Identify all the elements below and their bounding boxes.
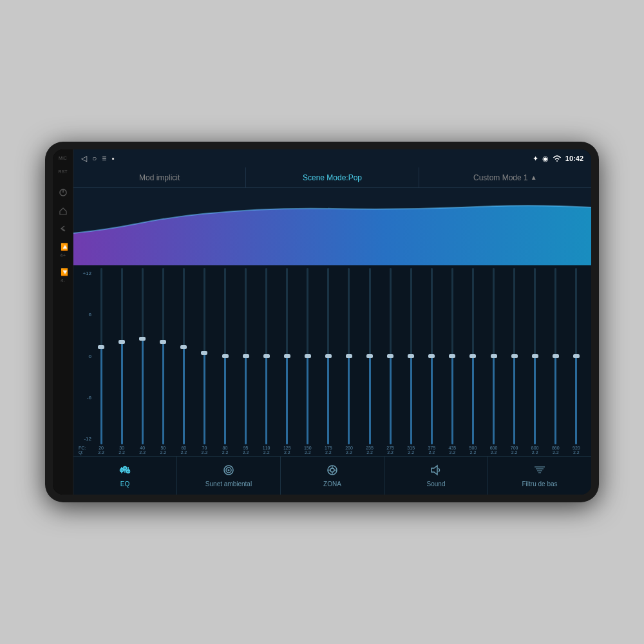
eq-slider-track-20[interactable] bbox=[100, 268, 102, 444]
eq-slider-thumb-800[interactable] bbox=[532, 354, 538, 358]
eq-slider-thumb-60[interactable] bbox=[180, 345, 187, 349]
svg-point-13 bbox=[228, 469, 230, 471]
eq-slider-track-860[interactable] bbox=[554, 268, 556, 444]
rst-button[interactable]: RST bbox=[59, 169, 68, 174]
eq-slider-track-200[interactable] bbox=[348, 268, 350, 444]
eq-slider-track-600[interactable] bbox=[493, 268, 495, 444]
eq-slider-track-80[interactable] bbox=[224, 268, 226, 444]
nav-home-icon[interactable]: ○ bbox=[92, 154, 97, 163]
eq-band-275[interactable] bbox=[381, 268, 400, 444]
eq-slider-thumb-110[interactable] bbox=[263, 354, 270, 358]
eq-band-700[interactable] bbox=[505, 268, 524, 444]
eq-band-40[interactable] bbox=[133, 268, 152, 444]
eq-slider-thumb-375[interactable] bbox=[428, 354, 435, 358]
eq-band-200[interactable] bbox=[339, 268, 359, 444]
eq-band-80[interactable] bbox=[215, 268, 234, 444]
eq-slider-thumb-500[interactable] bbox=[469, 354, 476, 358]
home-button[interactable] bbox=[59, 206, 68, 215]
mode-tabs-bar: Mod implicit Scene Mode:Pop Custom Mode … bbox=[73, 167, 591, 188]
eq-slider-thumb-150[interactable] bbox=[305, 354, 311, 358]
eq-slider-track-95[interactable] bbox=[245, 268, 247, 444]
eq-band-50[interactable] bbox=[153, 268, 173, 444]
tab-sunet[interactable]: Sunet ambiental bbox=[177, 457, 281, 495]
eq-band-30[interactable] bbox=[112, 268, 131, 444]
eq-slider-thumb-200[interactable] bbox=[346, 354, 352, 358]
eq-slider-track-700[interactable] bbox=[513, 268, 515, 444]
eq-slider-track-150[interactable] bbox=[307, 268, 308, 444]
status-bar-right: ✦ ◉ 10:42 bbox=[533, 155, 583, 163]
mode-tab-scene[interactable]: Scene Mode:Pop bbox=[246, 167, 419, 187]
tab-eq[interactable]: EQ bbox=[73, 457, 177, 495]
eq-slider-thumb-435[interactable] bbox=[449, 354, 455, 358]
eq-slider-track-920[interactable] bbox=[575, 268, 577, 444]
eq-slider-thumb-30[interactable] bbox=[118, 340, 125, 344]
eq-slider-track-110[interactable] bbox=[265, 268, 267, 444]
eq-slider-thumb-860[interactable] bbox=[553, 354, 559, 358]
mode-tab-implicit[interactable]: Mod implicit bbox=[73, 167, 246, 187]
eq-slider-track-125[interactable] bbox=[286, 268, 288, 444]
eq-slider-track-30[interactable] bbox=[121, 268, 123, 444]
eq-slider-thumb-235[interactable] bbox=[366, 354, 373, 358]
eq-band-600[interactable] bbox=[484, 268, 503, 444]
eq-slider-thumb-95[interactable] bbox=[243, 354, 249, 358]
eq-slider-track-800[interactable] bbox=[534, 268, 536, 444]
eq-band-435[interactable] bbox=[442, 268, 462, 444]
eq-band-375[interactable] bbox=[422, 268, 441, 444]
eq-band-500[interactable] bbox=[463, 268, 482, 444]
eq-slider-thumb-80[interactable] bbox=[222, 354, 229, 358]
eq-slider-track-435[interactable] bbox=[451, 268, 453, 444]
eq-slider-thumb-315[interactable] bbox=[408, 354, 414, 358]
eq-band-70[interactable] bbox=[194, 268, 214, 444]
eq-band-110[interactable] bbox=[257, 268, 276, 444]
side-panel: MIC RST 🔼 4+ 🔽 4- bbox=[53, 149, 73, 495]
mode-tab-custom[interactable]: Custom Mode 1 ▲ bbox=[419, 167, 591, 187]
eq-slider-track-60[interactable] bbox=[183, 268, 185, 444]
eq-slider-track-50[interactable] bbox=[162, 268, 164, 444]
eq-slider-thumb-600[interactable] bbox=[491, 354, 497, 358]
eq-band-60[interactable] bbox=[174, 268, 193, 444]
back-button[interactable] bbox=[59, 224, 68, 233]
eq-slider-thumb-920[interactable] bbox=[573, 354, 580, 358]
power-button[interactable] bbox=[59, 188, 68, 197]
eq-slider-track-235[interactable] bbox=[369, 268, 371, 444]
vol-up-button[interactable]: 🔼 4+ bbox=[59, 242, 68, 258]
eq-slider-track-375[interactable] bbox=[431, 268, 433, 444]
eq-band-860[interactable] bbox=[546, 268, 565, 444]
eq-slider-thumb-20[interactable] bbox=[98, 345, 104, 349]
nav-recent-icon[interactable]: ▪ bbox=[111, 154, 114, 163]
eq-slider-track-175[interactable] bbox=[327, 268, 329, 444]
eq-slider-track-500[interactable] bbox=[472, 268, 474, 444]
nav-back-icon[interactable]: ◁ bbox=[81, 154, 87, 163]
nav-menu-icon[interactable]: ≡ bbox=[102, 154, 106, 163]
eq-band-175[interactable] bbox=[319, 268, 338, 444]
eq-slider-thumb-700[interactable] bbox=[511, 354, 518, 358]
eq-slider-track-275[interactable] bbox=[390, 268, 392, 444]
eq-band-150[interactable] bbox=[298, 268, 317, 444]
eq-band-920[interactable] bbox=[567, 268, 586, 444]
freq-label-600: 6002.2 bbox=[484, 446, 503, 455]
eq-band-235[interactable] bbox=[360, 268, 379, 444]
eq-slider-thumb-50[interactable] bbox=[160, 340, 166, 344]
tab-filtru[interactable]: Filtru de bas bbox=[488, 457, 591, 495]
svg-point-15 bbox=[330, 468, 334, 472]
eq-slider-track-315[interactable] bbox=[410, 268, 412, 444]
eq-band-20[interactable] bbox=[91, 268, 111, 444]
eq-band-315[interactable] bbox=[401, 268, 421, 444]
freq-label-500: 5002.2 bbox=[463, 446, 482, 455]
eq-slider-thumb-70[interactable] bbox=[201, 351, 207, 355]
eq-slider-thumb-125[interactable] bbox=[284, 354, 290, 358]
freq-label-200: 2002.2 bbox=[339, 446, 359, 455]
vol-down-button[interactable]: 🔽 4- bbox=[59, 267, 68, 283]
eq-slider-track-40[interactable] bbox=[142, 268, 144, 444]
eq-band-800[interactable] bbox=[526, 268, 545, 444]
eq-slider-track-70[interactable] bbox=[204, 268, 205, 444]
tab-sound[interactable]: Sound bbox=[384, 457, 488, 495]
sound-label: Sound bbox=[427, 480, 446, 488]
eq-band-95[interactable] bbox=[236, 268, 256, 444]
tab-zona[interactable]: ZONA bbox=[281, 457, 384, 495]
freq-label-920: 9202.2 bbox=[567, 446, 586, 455]
eq-slider-thumb-175[interactable] bbox=[325, 354, 332, 358]
eq-slider-thumb-40[interactable] bbox=[139, 337, 146, 341]
eq-band-125[interactable] bbox=[278, 268, 297, 444]
eq-slider-thumb-275[interactable] bbox=[387, 354, 393, 358]
